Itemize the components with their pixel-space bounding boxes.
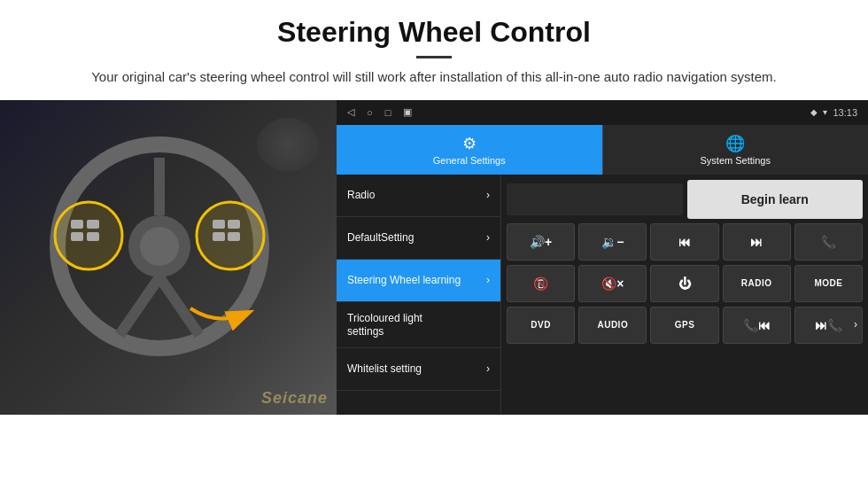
power-icon: ⏻ [678,276,691,291]
menu-item-default-setting[interactable]: DefaultSetting › [337,217,500,260]
status-bar-right: ◆ ▾ 13:13 [810,107,857,118]
media-next-icon: ⏭📞 [815,318,842,332]
gps-label: GPS [675,320,695,330]
mode-label: MODE [814,278,842,288]
phone-pickup-button[interactable]: 📞 [794,223,863,261]
begin-learn-spacer [507,183,683,215]
system-settings-tab-icon: 🌐 [725,134,745,153]
nav-recent-icon[interactable]: □ [385,107,391,118]
next-track-button[interactable]: ⏭ [723,223,791,261]
svg-rect-11 [87,232,99,241]
menu-item-whitelist[interactable]: Whitelist setting › [337,348,500,391]
menu-steering-label: Steering Wheel learning [347,274,461,286]
begin-learn-row: Begin learn [507,180,863,219]
menu-whitelist-label: Whitelist setting [347,362,422,375]
controls-row-2: 📵 🔇× ⏻ RADIO MODE [507,265,863,302]
car-background: Seicane [0,100,337,415]
media-prev-icon: 📞⏮ [743,318,771,332]
media-next-button[interactable]: ⏭📞 [794,307,863,344]
menu-radio-label: Radio [347,189,375,201]
gps-button[interactable]: GPS [650,307,718,344]
menu-item-tricoloured[interactable]: Tricoloured light settings › [337,302,500,348]
mode-button[interactable]: MODE [794,265,863,302]
page-header: Steering Wheel Control Your original car… [0,0,868,97]
vol-down-button[interactable]: 🔉− [578,223,647,261]
car-image-area: Seicane [0,100,337,415]
header-subtitle: Your original car's steering wheel contr… [53,67,815,88]
menu-default-label: DefaultSetting [347,231,414,244]
controls-row-1: 🔊+ 🔉− ⏮ ⏭ 📞 [507,223,863,261]
menu-tricoloured-label2: settings [347,325,384,338]
menu-item-radio[interactable]: Radio › [337,175,500,217]
phone-hangup-icon: 📵 [533,276,548,291]
prev-track-icon: ⏮ [678,235,691,249]
dvd-label: DVD [531,320,551,330]
general-settings-tab-icon: ⚙ [462,134,477,153]
speedometer-bg [257,118,319,171]
svg-rect-9 [71,232,83,241]
nav-back-icon[interactable]: ◁ [347,106,354,118]
mute-button[interactable]: 🔇× [578,265,647,302]
svg-rect-12 [213,220,225,229]
clock: 13:13 [833,107,857,118]
status-bar-left: ◁ ○ □ ▣ [347,106,412,118]
svg-rect-15 [228,232,240,241]
nav-screen-icon[interactable]: ▣ [403,106,412,118]
power-button[interactable]: ⏻ [650,265,718,302]
main-content: Seicane ◁ ○ □ ▣ ◆ ▾ 13:13 ⚙ General Sett… [0,100,868,415]
menu-steering-chevron: › [486,274,490,286]
audio-button[interactable]: AUDIO [578,307,647,344]
radio-button[interactable]: RADIO [723,265,791,302]
wifi-icon: ▾ [823,107,827,117]
svg-line-4 [120,277,159,335]
controls-panel: Begin learn 🔊+ 🔉− ⏮ ⏭ [500,175,868,415]
media-prev-button[interactable]: 📞⏮ [723,307,791,344]
location-icon: ◆ [810,107,818,117]
menu-tricoloured-chevron: › [854,318,857,331]
page-title: Steering Wheel Control [53,16,815,49]
menu-item-steering-wheel[interactable]: Steering Wheel learning › [337,260,500,302]
phone-hangup-button[interactable]: 📵 [507,265,575,302]
system-settings-tab-label: System Settings [701,155,771,166]
android-panel: ◁ ○ □ ▣ ◆ ▾ 13:13 ⚙ General Settings 🌐 S… [337,100,868,415]
header-divider [416,56,452,58]
status-bar: ◁ ○ □ ▣ ◆ ▾ 13:13 [337,100,868,125]
menu-radio-chevron: › [486,189,490,201]
tab-bar: ⚙ General Settings 🌐 System Settings [337,125,868,175]
vol-down-icon: 🔉− [601,235,624,249]
svg-line-5 [159,277,199,335]
svg-rect-8 [71,220,83,229]
svg-rect-14 [228,220,240,229]
vol-up-icon: 🔊+ [530,235,552,249]
menu-tricoloured-label: Tricoloured light [347,312,422,324]
svg-point-2 [140,227,179,266]
phone-pickup-icon: 📞 [821,235,836,249]
menu-default-chevron: › [486,231,490,244]
menu-whitelist-chevron: › [486,362,490,375]
menu-panel: Radio › DefaultSetting › Steering Wheel … [337,175,500,415]
content-area: Radio › DefaultSetting › Steering Wheel … [337,175,868,415]
tab-general-settings[interactable]: ⚙ General Settings [337,125,602,175]
audio-label: AUDIO [597,320,628,330]
dvd-button[interactable]: DVD [507,307,575,344]
begin-learn-button[interactable]: Begin learn [687,180,864,219]
radio-label: RADIO [741,278,772,288]
watermark: Seicane [261,389,328,408]
general-settings-tab-label: General Settings [433,155,506,166]
vol-up-button[interactable]: 🔊+ [507,223,575,261]
nav-home-icon[interactable]: ○ [367,107,373,118]
prev-track-button[interactable]: ⏮ [650,223,718,261]
next-track-icon: ⏭ [750,235,763,249]
svg-rect-13 [213,232,225,241]
svg-rect-10 [87,220,99,229]
tab-system-settings[interactable]: 🌐 System Settings [602,125,869,175]
mute-icon: 🔇× [601,276,624,291]
controls-row-3: DVD AUDIO GPS 📞⏮ ⏭📞 [507,307,863,344]
steering-wheel-image [44,131,275,362]
